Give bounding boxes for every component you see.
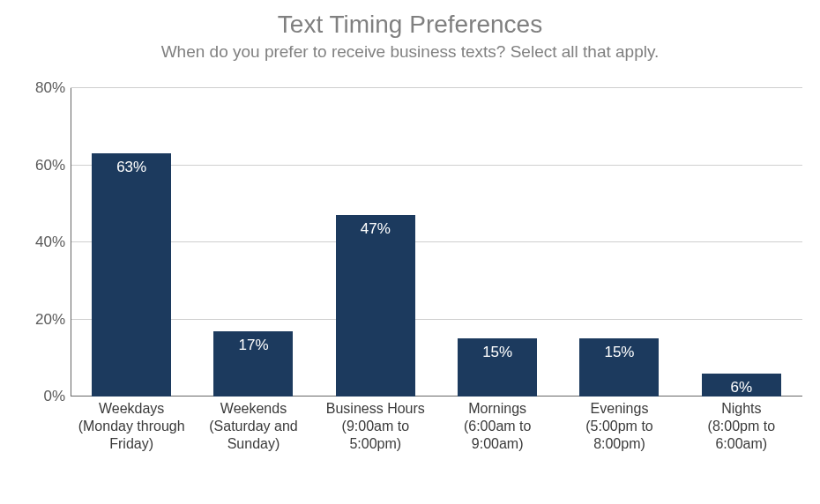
- bar-value-label: 15%: [458, 344, 537, 361]
- bar-slot: 6%: [681, 88, 802, 397]
- bar-nights: 6%: [702, 374, 781, 397]
- bar-value-label: 17%: [213, 337, 293, 354]
- bar-mornings: 15%: [458, 338, 537, 397]
- x-label: Business Hours (9:00am to 5:00pm): [315, 400, 436, 453]
- y-tick-label: 0%: [25, 388, 65, 405]
- bar-slot: 63%: [71, 88, 192, 397]
- x-label-line2: (9:00am to 5:00pm): [320, 418, 431, 453]
- x-label-line1: Evenings: [563, 400, 675, 418]
- bar-weekends: 17%: [213, 331, 293, 397]
- x-label-line2: (5:00pm to 8:00pm): [563, 418, 675, 453]
- x-label: Nights (8:00pm to 6:00am): [681, 400, 802, 453]
- x-label-line1: Weekdays: [76, 400, 187, 418]
- chart-title: Text Timing Preferences: [0, 11, 820, 39]
- bar-weekdays: 63%: [92, 153, 171, 397]
- x-labels-group: Weekdays (Monday through Friday) Weekend…: [71, 400, 802, 453]
- x-label: Evenings (5:00pm to 8:00pm): [558, 400, 680, 453]
- y-tick-label: 40%: [25, 233, 65, 251]
- x-label-line2: (Monday through Friday): [76, 418, 187, 453]
- bar-value-label: 6%: [702, 379, 781, 397]
- bar-business-hours: 47%: [336, 215, 415, 397]
- chart-container: Text Timing Preferences When do you pref…: [0, 0, 820, 504]
- bar-value-label: 15%: [579, 344, 659, 361]
- x-label: Mornings (6:00am to 9:00am): [436, 400, 558, 453]
- bar-slot: 15%: [558, 88, 680, 397]
- x-label-line2: (6:00am to 9:00am): [442, 418, 553, 453]
- x-label-line2: (Saturday and Sunday): [198, 418, 309, 453]
- x-label-line2: (8:00pm to 6:00am): [686, 418, 797, 453]
- bar-evenings: 15%: [579, 338, 659, 397]
- y-tick-label: 20%: [25, 311, 65, 329]
- plot-area: 80% 60% 40% 20% 0% 63% 17% 47%: [71, 88, 802, 397]
- y-tick-label: 60%: [25, 157, 65, 174]
- x-label-line1: Weekends: [198, 400, 309, 418]
- bars-group: 63% 17% 47% 15% 15%: [71, 88, 802, 397]
- bar-slot: 17%: [192, 88, 314, 397]
- chart-subtitle: When do you prefer to receive business t…: [0, 42, 820, 62]
- x-label-line1: Business Hours: [320, 400, 431, 418]
- bar-slot: 15%: [436, 88, 558, 397]
- x-label-line1: Nights: [686, 400, 797, 418]
- x-label-line1: Mornings: [442, 400, 553, 418]
- x-label: Weekdays (Monday through Friday): [71, 400, 192, 453]
- bar-slot: 47%: [315, 88, 436, 397]
- bar-value-label: 47%: [336, 220, 415, 238]
- bar-value-label: 63%: [92, 159, 171, 176]
- y-tick-label: 80%: [25, 79, 65, 97]
- x-label: Weekends (Saturday and Sunday): [192, 400, 314, 453]
